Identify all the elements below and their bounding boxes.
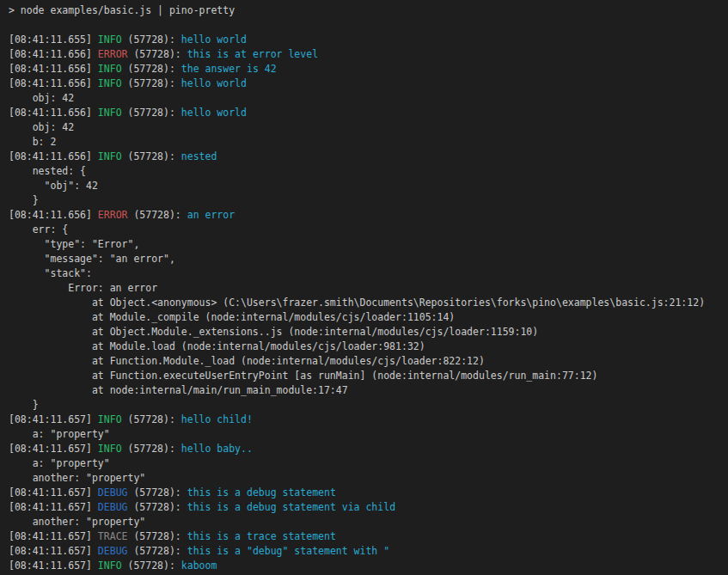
log-level-info: INFO <box>98 443 122 455</box>
log-timestamp: [08:41:11.657] <box>9 530 98 542</box>
detail-line: at Module._compile (node:internal/module… <box>9 310 728 325</box>
log-line: [08:41:11.657] INFO (57728): hello baby.… <box>9 442 728 456</box>
log-timestamp: [08:41:11.657] <box>9 413 98 425</box>
log-pid: (57728): <box>122 63 181 75</box>
log-pid: (57728): <box>122 413 181 425</box>
detail-line: obj: 42 <box>9 120 728 135</box>
log-timestamp: [08:41:11.656] <box>9 77 98 89</box>
log-level-info: INFO <box>98 63 122 75</box>
detail-line: } <box>9 398 728 413</box>
log-message: this is at error level <box>187 48 318 60</box>
log-pid: (57728): <box>127 209 187 221</box>
log-level-error: ERROR <box>98 209 128 221</box>
log-timestamp: [08:41:11.656] <box>9 150 98 162</box>
log-pid: (57728): <box>122 560 181 572</box>
log-timestamp: [08:41:11.656] <box>9 48 98 60</box>
detail-line: at Object.Module._extensions..js (node:i… <box>9 325 728 339</box>
log-message: hello child! <box>181 413 253 425</box>
log-line: [08:41:11.657] INFO (57728): hello child… <box>9 413 728 427</box>
log-message: kaboom <box>181 560 217 572</box>
log-level-error: ERROR <box>98 48 128 60</box>
log-timestamp: [08:41:11.655] <box>9 34 98 46</box>
log-level-info: INFO <box>98 150 122 162</box>
log-line: [08:41:11.657] TRACE (57728): this is a … <box>9 529 728 544</box>
log-pid: (57728): <box>127 486 187 499</box>
log-timestamp: [08:41:11.657] <box>9 560 98 572</box>
log-pid: (57728): <box>127 530 187 542</box>
log-pid: (57728): <box>127 501 187 513</box>
log-message: this is a debug statement via child <box>187 501 395 513</box>
log-message: this is a debug statement <box>187 486 336 499</box>
log-line: [08:41:11.656] INFO (57728): hello world <box>9 106 728 120</box>
log-message: hello world <box>181 107 247 119</box>
log-line: [08:41:11.657] DEBUG (57728): this is a … <box>9 486 728 500</box>
log-line: [08:41:11.655] INFO (57728): hello world <box>9 33 728 47</box>
detail-line: Error: an error <box>9 281 728 296</box>
detail-line: "obj": 42 <box>9 179 728 193</box>
log-message: this is a "debug" statement with " <box>187 545 389 557</box>
detail-line: at node:internal/main/run_main_module:17… <box>9 383 728 398</box>
log-pid: (57728): <box>122 443 181 455</box>
log-line: [08:41:11.657] DEBUG (57728): this is a … <box>9 544 728 559</box>
log-line: [08:41:11.656] ERROR (57728): an error <box>9 208 728 223</box>
log-level-debug: DEBUG <box>98 545 128 557</box>
log-timestamp: [08:41:11.657] <box>9 443 98 455</box>
log-message: hello baby.. <box>181 443 253 455</box>
log-line: [08:41:11.656] ERROR (57728): this is at… <box>9 47 728 62</box>
terminal-output[interactable]: > node examples/basic.js | pino-pretty [… <box>0 0 728 575</box>
log-message: hello world <box>181 77 247 89</box>
detail-line: a: "property" <box>9 427 728 442</box>
detail-line: a: "property" <box>9 456 728 471</box>
log-message: hello world <box>181 34 247 46</box>
log-pid: (57728): <box>127 545 187 557</box>
detail-line: at Function.executeUserEntryPoint [as ru… <box>9 369 728 383</box>
log-line: [08:41:11.656] INFO (57728): nested <box>9 150 728 164</box>
log-level-info: INFO <box>98 413 122 425</box>
command-line: > node examples/basic.js | pino-pretty <box>9 3 728 18</box>
log-timestamp: [08:41:11.657] <box>9 545 98 557</box>
log-line: [08:41:11.656] INFO (57728): the answer … <box>9 62 728 76</box>
detail-line: err: { <box>9 223 728 237</box>
detail-line: another: "property" <box>9 471 728 486</box>
log-pid: (57728): <box>122 34 181 46</box>
log-level-info: INFO <box>98 560 122 572</box>
log-pid: (57728): <box>122 77 181 89</box>
blank-line <box>9 18 728 33</box>
log-level-debug: DEBUG <box>98 501 128 513</box>
log-timestamp: [08:41:11.657] <box>9 501 98 513</box>
detail-line: "message": "an error", <box>9 252 728 266</box>
log-level-info: INFO <box>98 107 122 119</box>
log-timestamp: [08:41:11.656] <box>9 209 98 221</box>
log-pid: (57728): <box>122 107 181 119</box>
log-message: an error <box>187 209 235 221</box>
log-pid: (57728): <box>122 150 181 162</box>
detail-line: "type": "Error", <box>9 237 728 252</box>
log-line: [08:41:11.657] DEBUG (57728): this is a … <box>9 500 728 515</box>
detail-line: another: "property" <box>9 515 728 529</box>
detail-line: obj: 42 <box>9 91 728 106</box>
log-timestamp: [08:41:11.657] <box>9 486 98 499</box>
log-level-info: INFO <box>98 34 122 46</box>
log-message: the answer is 42 <box>181 63 277 75</box>
log-line: [08:41:11.657] INFO (57728): kaboom <box>9 559 728 573</box>
detail-line: "stack": <box>9 266 728 281</box>
log-timestamp: [08:41:11.656] <box>9 107 98 119</box>
log-level-info: INFO <box>98 77 122 89</box>
log-level-trace: TRACE <box>98 530 128 542</box>
log-line: [08:41:11.656] INFO (57728): hello world <box>9 76 728 91</box>
log-level-debug: DEBUG <box>98 486 128 499</box>
detail-line: b: 2 <box>9 135 728 150</box>
log-pid: (57728): <box>127 48 187 60</box>
log-message: nested <box>181 150 217 162</box>
log-message: this is a trace statement <box>187 530 336 542</box>
log-timestamp: [08:41:11.656] <box>9 63 98 75</box>
detail-line: at Module.load (node:internal/modules/cj… <box>9 339 728 354</box>
detail-line: } <box>9 193 728 208</box>
detail-line: nested: { <box>9 164 728 179</box>
detail-line: at Object.<anonymous> (C:\Users\frazer.s… <box>9 296 728 310</box>
detail-line: at Function.Module._load (node:internal/… <box>9 354 728 369</box>
